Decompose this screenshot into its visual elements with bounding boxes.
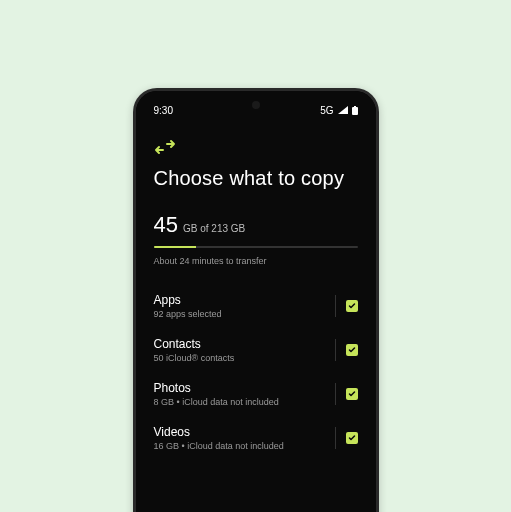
- category-sub: 92 apps selected: [154, 309, 335, 319]
- screen: 9:30 5G Choose what to copy 45 GB of 213…: [136, 91, 376, 512]
- divider: [335, 427, 336, 449]
- power-button: [378, 291, 379, 341]
- checkbox-photos[interactable]: [346, 388, 358, 400]
- checkbox-videos[interactable]: [346, 432, 358, 444]
- checkbox-apps[interactable]: [346, 300, 358, 312]
- storage-summary: 45 GB of 213 GB: [154, 212, 358, 238]
- divider: [335, 339, 336, 361]
- signal-icon: [338, 106, 348, 114]
- volume-button: [378, 251, 379, 281]
- divider: [335, 383, 336, 405]
- status-right: 5G: [320, 105, 357, 116]
- page-title: Choose what to copy: [154, 167, 358, 190]
- phone-frame: 9:30 5G Choose what to copy 45 GB of 213…: [133, 88, 379, 512]
- category-label: Contacts: [154, 337, 335, 351]
- storage-used: 45: [154, 212, 178, 238]
- category-label: Videos: [154, 425, 335, 439]
- category-text: Apps 92 apps selected: [154, 293, 335, 319]
- storage-total: GB of 213 GB: [183, 223, 245, 234]
- status-time: 9:30: [154, 105, 173, 116]
- transfer-arrows-icon: [154, 139, 358, 155]
- progress-fill: [154, 246, 197, 248]
- category-text: Contacts 50 iCloud® contacts: [154, 337, 335, 363]
- category-label: Apps: [154, 293, 335, 307]
- category-sub: 50 iCloud® contacts: [154, 353, 335, 363]
- divider: [335, 295, 336, 317]
- svg-rect-0: [352, 107, 358, 115]
- status-network: 5G: [320, 105, 333, 116]
- category-label: Photos: [154, 381, 335, 395]
- battery-icon: [352, 106, 358, 115]
- progress-bar: [154, 246, 358, 248]
- camera-notch: [252, 101, 260, 109]
- category-row-contacts[interactable]: Contacts 50 iCloud® contacts: [154, 328, 358, 372]
- transfer-eta: About 24 minutes to transfer: [154, 256, 358, 266]
- category-text: Photos 8 GB • iCloud data not included: [154, 381, 335, 407]
- category-row-videos[interactable]: Videos 16 GB • iCloud data not included: [154, 416, 358, 460]
- category-row-apps[interactable]: Apps 92 apps selected: [154, 284, 358, 328]
- category-text: Videos 16 GB • iCloud data not included: [154, 425, 335, 451]
- category-row-photos[interactable]: Photos 8 GB • iCloud data not included: [154, 372, 358, 416]
- checkbox-contacts[interactable]: [346, 344, 358, 356]
- svg-rect-1: [354, 106, 356, 108]
- category-sub: 8 GB • iCloud data not included: [154, 397, 335, 407]
- category-sub: 16 GB • iCloud data not included: [154, 441, 335, 451]
